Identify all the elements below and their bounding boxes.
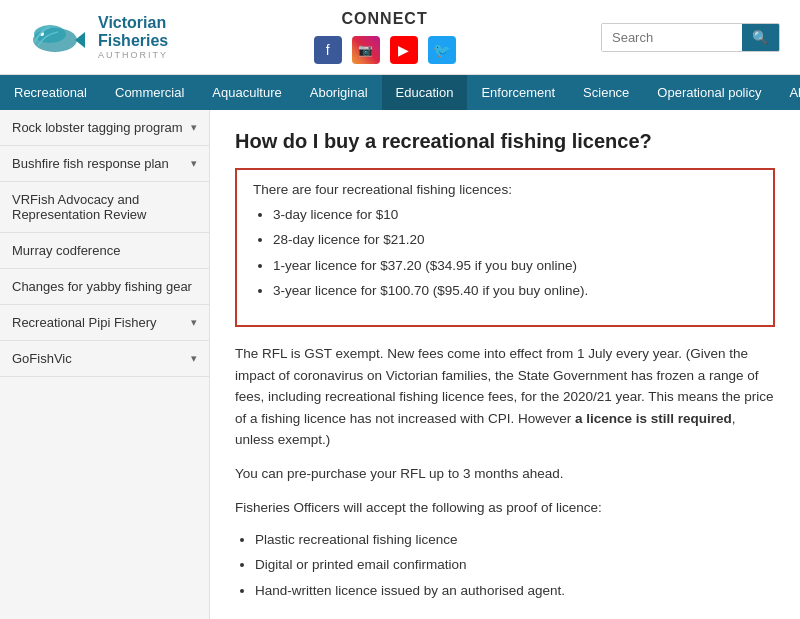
list-item: 28-day licence for $21.20 xyxy=(273,230,757,250)
list-item: 3-day licence for $10 xyxy=(273,205,757,225)
chevron-down-icon: ▾ xyxy=(191,352,197,365)
sidebar-item-gofishvic[interactable]: GoFishVic ▾ xyxy=(0,341,209,377)
sidebar-item-pipi[interactable]: Recreational Pipi Fishery ▾ xyxy=(0,305,209,341)
nav-operational-policy[interactable]: Operational policy xyxy=(643,75,775,110)
instagram-icon[interactable]: 📷 xyxy=(352,36,380,64)
sidebar-item-yabby[interactable]: Changes for yabby fishing gear xyxy=(0,269,209,305)
svg-marker-2 xyxy=(75,32,85,48)
twitter-icon[interactable]: 🐦 xyxy=(428,36,456,64)
proof-list: Plastic recreational fishing licence Dig… xyxy=(255,530,775,601)
sidebar-item-murray[interactable]: Murray codference xyxy=(0,233,209,269)
prepurchase-paragraph: You can pre-purchase your RFL up to 3 mo… xyxy=(235,463,775,485)
main-content: How do I buy a recreational fishing lice… xyxy=(210,110,800,619)
logo-authority: AUTHORITY xyxy=(98,50,168,60)
chevron-down-icon: ▾ xyxy=(191,316,197,329)
chevron-down-icon: ▾ xyxy=(191,121,197,134)
sidebar-item-rock-lobster[interactable]: Rock lobster tagging program ▾ xyxy=(0,110,209,146)
sidebar: Rock lobster tagging program ▾ Bushfire … xyxy=(0,110,210,619)
header: Victorian Fisheries AUTHORITY CONNECT f … xyxy=(0,0,800,75)
header-center: CONNECT f 📷 ▶ 🐦 xyxy=(314,10,456,64)
licence-list: 3-day licence for $10 28-day licence for… xyxy=(273,205,757,301)
list-item: 3-year licence for $100.70 ($95.40 if yo… xyxy=(273,281,757,301)
sidebar-item-bushfire[interactable]: Bushfire fish response plan ▾ xyxy=(0,146,209,182)
search-button[interactable]: 🔍 xyxy=(742,24,779,51)
connect-label: CONNECT xyxy=(314,10,456,28)
main-nav: Recreational Commercial Aquaculture Abor… xyxy=(0,75,800,110)
page-title: How do I buy a recreational fishing lice… xyxy=(235,130,775,153)
search-area: 🔍 xyxy=(601,23,780,52)
licence-highlight-box: There are four recreational fishing lice… xyxy=(235,168,775,327)
logo-text-block: Victorian Fisheries AUTHORITY xyxy=(98,14,168,60)
proof-intro: Fisheries Officers will accept the follo… xyxy=(235,497,775,519)
facebook-icon[interactable]: f xyxy=(314,36,342,64)
logo: Victorian Fisheries AUTHORITY xyxy=(20,12,168,62)
chevron-down-icon: ▾ xyxy=(191,157,197,170)
highlight-intro: There are four recreational fishing lice… xyxy=(253,182,757,197)
social-icons: f 📷 ▶ 🐦 xyxy=(314,36,456,64)
nav-recreational[interactable]: Recreational xyxy=(0,75,101,110)
nav-aquaculture[interactable]: Aquaculture xyxy=(198,75,295,110)
nav-about-us[interactable]: About us xyxy=(775,75,800,110)
nav-commercial[interactable]: Commercial xyxy=(101,75,198,110)
logo-name-line2: Fisheries xyxy=(98,32,168,50)
nav-enforcement[interactable]: Enforcement xyxy=(467,75,569,110)
list-item: Plastic recreational fishing licence xyxy=(255,530,775,550)
bold-licence-required: a licence is still required xyxy=(575,411,732,426)
gst-paragraph: The RFL is GST exempt. New fees come int… xyxy=(235,343,775,451)
sidebar-item-vrfish[interactable]: VRFish Advocacy and Representation Revie… xyxy=(0,182,209,233)
search-input[interactable] xyxy=(602,24,742,51)
main-layout: Rock lobster tagging program ▾ Bushfire … xyxy=(0,110,800,619)
youtube-icon[interactable]: ▶ xyxy=(390,36,418,64)
logo-fish-icon xyxy=(20,12,90,62)
nav-education[interactable]: Education xyxy=(382,75,468,110)
list-item: Digital or printed email confirmation xyxy=(255,555,775,575)
nav-aboriginal[interactable]: Aboriginal xyxy=(296,75,382,110)
list-item: 1-year licence for $37.20 ($34.95 if you… xyxy=(273,256,757,276)
logo-name-line1: Victorian xyxy=(98,14,168,32)
list-item: Hand-written licence issued by an author… xyxy=(255,581,775,601)
nav-science[interactable]: Science xyxy=(569,75,643,110)
